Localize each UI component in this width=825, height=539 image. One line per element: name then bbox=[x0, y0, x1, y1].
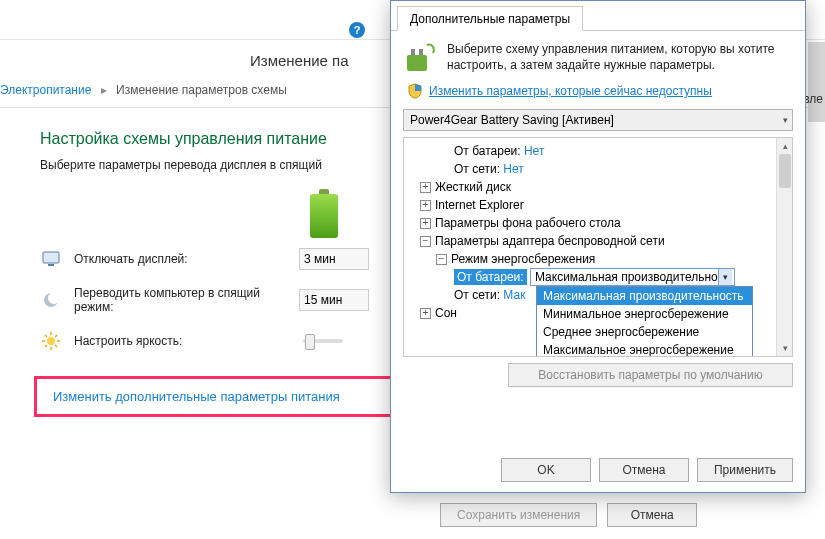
apply-button[interactable]: Применить bbox=[697, 458, 793, 482]
dialog-body: Выберите схему управления питанием, кото… bbox=[391, 31, 805, 387]
wlan-on-battery-combo[interactable]: Максимальная производительно ▾ bbox=[530, 268, 735, 286]
scroll-down-icon[interactable]: ▾ bbox=[777, 340, 793, 356]
svg-rect-0 bbox=[43, 252, 59, 263]
save-changes-button[interactable]: Сохранить изменения bbox=[440, 503, 597, 527]
dropdown-option[interactable]: Максимальное энергосбережение bbox=[537, 341, 752, 357]
uac-unlock-link[interactable]: Изменить параметры, которые сейчас недос… bbox=[429, 84, 712, 98]
battery-icon bbox=[310, 194, 338, 238]
truncated-tab-text: вле bbox=[803, 92, 823, 106]
expander-minus-icon[interactable]: − bbox=[420, 236, 431, 247]
settings-tree: От батареи: Нет От сети: Нет +Жесткий ди… bbox=[403, 137, 793, 357]
tree-wlan[interactable]: Параметры адаптера беспроводной сети bbox=[435, 234, 665, 248]
power-plan-icon bbox=[403, 41, 437, 75]
restore-defaults-button[interactable]: Восстановить параметры по умолчанию bbox=[508, 363, 793, 387]
tree-hdd[interactable]: Жесткий диск bbox=[435, 180, 511, 194]
scrollbar[interactable]: ▴ ▾ bbox=[776, 138, 792, 356]
sun-icon bbox=[40, 330, 62, 352]
svg-rect-1 bbox=[48, 264, 54, 266]
power-plan-select[interactable]: Power4Gear Battery Saving [Активен] ▾ bbox=[403, 109, 793, 131]
svg-rect-14 bbox=[411, 49, 415, 55]
intro-text: Выберите схему управления питанием, кото… bbox=[447, 41, 793, 75]
moon-icon bbox=[40, 289, 62, 311]
expander-plus-icon[interactable]: + bbox=[420, 182, 431, 193]
brightness-label: Настроить яркость: bbox=[74, 334, 299, 348]
chevron-down-icon: ▾ bbox=[718, 269, 732, 285]
advanced-link-highlight: Изменить дополнительные параметры питани… bbox=[34, 376, 424, 417]
display-off-label: Отключать дисплей: bbox=[74, 252, 299, 266]
footer-buttons: Сохранить изменения Отмена bbox=[440, 503, 697, 527]
chevron-right-icon: ▸ bbox=[101, 83, 107, 97]
expander-minus-icon[interactable]: − bbox=[436, 254, 447, 265]
breadcrumb-root[interactable]: Электропитание bbox=[0, 83, 91, 97]
chevron-down-icon: ▾ bbox=[783, 115, 788, 125]
scroll-up-icon[interactable]: ▴ bbox=[777, 138, 793, 154]
cancel-button[interactable]: Отмена bbox=[599, 458, 689, 482]
wlan-mode-dropdown[interactable]: Максимальная производительность Минималь… bbox=[536, 286, 753, 357]
advanced-power-link[interactable]: Изменить дополнительные параметры питани… bbox=[53, 389, 340, 404]
ok-button[interactable]: OK bbox=[501, 458, 591, 482]
window-edge bbox=[808, 42, 825, 122]
wlan-on-battery-value: Максимальная производительно bbox=[535, 270, 718, 284]
brightness-slider[interactable] bbox=[303, 339, 343, 343]
sleep-label: Переводить компьютер в спящий режим: bbox=[74, 286, 299, 314]
breadcrumb-current: Изменение параметров схемы bbox=[116, 83, 287, 97]
advanced-power-dialog: Дополнительные параметры Выберите схему … bbox=[390, 0, 806, 493]
svg-rect-15 bbox=[419, 49, 423, 55]
svg-line-9 bbox=[45, 335, 47, 337]
cancel-button[interactable]: Отмена bbox=[607, 503, 697, 527]
tree-sleep[interactable]: Сон bbox=[435, 306, 457, 320]
tree-desktop-bg[interactable]: Параметры фона рабочего стола bbox=[435, 216, 621, 230]
tree-on-ac-value[interactable]: Нет bbox=[503, 162, 523, 176]
tree-on-battery-label: От батареи: bbox=[454, 144, 521, 158]
tree-ie[interactable]: Internet Explorer bbox=[435, 198, 524, 212]
monitor-icon bbox=[40, 248, 62, 270]
expander-plus-icon[interactable]: + bbox=[420, 308, 431, 319]
svg-point-4 bbox=[47, 337, 55, 345]
sleep-select[interactable]: 15 мин bbox=[299, 289, 369, 311]
tree-on-ac-label: От сети: bbox=[454, 162, 500, 176]
dropdown-option[interactable]: Среднее энергосбережение bbox=[537, 323, 752, 341]
expander-plus-icon[interactable]: + bbox=[420, 218, 431, 229]
help-icon[interactable]: ? bbox=[349, 22, 365, 38]
expander-plus-icon[interactable]: + bbox=[420, 200, 431, 211]
tree-wlan-on-ac-value[interactable]: Мак bbox=[503, 288, 525, 302]
tab-advanced[interactable]: Дополнительные параметры bbox=[397, 6, 583, 31]
svg-line-11 bbox=[55, 335, 57, 337]
display-off-select[interactable]: 3 мин bbox=[299, 248, 369, 270]
svg-line-10 bbox=[55, 345, 57, 347]
tree-on-battery-value[interactable]: Нет bbox=[524, 144, 544, 158]
dropdown-option[interactable]: Максимальная производительность bbox=[537, 287, 752, 305]
uac-shield-icon bbox=[407, 83, 423, 99]
tree-wlan-on-battery-label[interactable]: От батареи: bbox=[454, 269, 527, 285]
dropdown-option[interactable]: Минимальное энергосбережение bbox=[537, 305, 752, 323]
dialog-footer: OK Отмена Применить bbox=[501, 458, 793, 482]
power-plan-label: Power4Gear Battery Saving [Активен] bbox=[410, 113, 614, 127]
tree-wlan-on-ac-label: От сети: bbox=[454, 288, 500, 302]
tree-wlan-mode[interactable]: Режим энергосбережения bbox=[451, 252, 595, 266]
svg-rect-13 bbox=[407, 55, 427, 71]
svg-line-12 bbox=[45, 345, 47, 347]
tab-strip: Дополнительные параметры bbox=[391, 1, 805, 31]
